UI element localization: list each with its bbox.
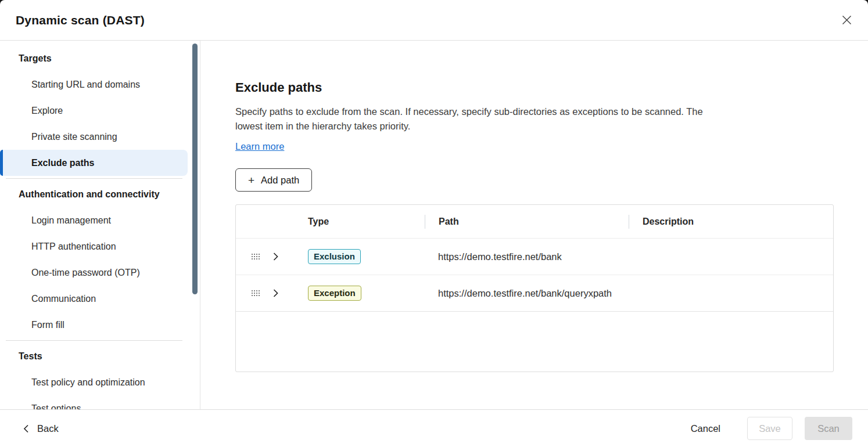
sidebar-item-label: Exclude paths [31,158,94,168]
sidebar-item-private-site-scanning[interactable]: Private site scanning [0,124,200,150]
nav-section-label: Targets [19,53,52,64]
nav-section-authentication: Authentication and connectivity [0,181,200,207]
column-header-description: Description [629,217,833,227]
column-header-path: Path [425,217,629,227]
sidebar-item-http-authentication[interactable]: HTTP authentication [0,233,200,259]
add-path-button[interactable]: + Add path [235,168,312,192]
learn-more-link[interactable]: Learn more [235,141,284,152]
sidebar-item-label: Communication [31,294,96,304]
close-icon [842,15,852,25]
type-badge: Exclusion [308,249,361,264]
page-description: Specify paths to exclude from the scan. … [235,104,723,134]
settings-nav-sidebar: Targets Starting URL and domains Explore… [0,41,200,409]
page-title: Exclude paths [235,80,834,95]
path-value: https://demo.testfire.net/bank/queryxpat… [438,288,612,299]
sidebar-scrollbar-thumb[interactable] [192,44,198,294]
sidebar-item-explore[interactable]: Explore [0,98,200,124]
exclude-paths-panel: Exclude paths Specify paths to exclude f… [200,41,868,409]
sidebar-item-one-time-password[interactable]: One-time password (OTP) [0,259,200,286]
nav-divider [6,178,182,179]
exclude-paths-table: Type Path Description Exclusion [235,204,834,372]
sidebar-item-test-options[interactable]: Test options [0,395,200,409]
sidebar-item-exclude-paths[interactable]: Exclude paths [0,150,188,176]
sidebar-item-label: Form fill [31,320,64,330]
selected-indicator [0,150,3,176]
sidebar-item-label: HTTP authentication [31,241,116,252]
sidebar-item-label: Test options [31,403,81,410]
dynamic-scan-dialog: Dynamic scan (DAST) Targets Starting URL… [0,0,868,447]
nav-section-label: Tests [19,351,42,362]
chevron-right-icon[interactable] [272,252,279,261]
dialog-footer: Back Cancel Save Scan [0,409,868,447]
cancel-button[interactable]: Cancel [691,423,720,434]
plus-icon: + [248,175,254,186]
sidebar-item-label: Starting URL and domains [31,80,140,90]
table-header-row: Type Path Description [236,205,833,239]
type-badge: Exception [308,286,361,301]
dialog-body: Targets Starting URL and domains Explore… [0,41,868,409]
sidebar-item-test-policy-and-optimization[interactable]: Test policy and optimization [0,369,200,395]
save-button[interactable]: Save [747,417,792,440]
dialog-header: Dynamic scan (DAST) [0,0,868,41]
path-value: https://demo.testfire.net/bank [438,251,562,262]
sidebar-item-label: Explore [31,106,63,116]
drag-handle-icon[interactable] [251,253,260,260]
column-header-type: Type [308,217,425,227]
dialog-title: Dynamic scan (DAST) [16,13,145,27]
sidebar-item-label: One-time password (OTP) [31,268,140,278]
chevron-left-icon [23,424,29,433]
sidebar-item-label: Login management [31,215,111,226]
close-button[interactable] [837,11,856,30]
chevron-right-icon[interactable] [272,289,279,298]
nav-section-tests: Tests [0,343,200,369]
sidebar-item-login-management[interactable]: Login management [0,207,200,233]
table-row: Exclusion https://demo.testfire.net/bank [236,239,833,275]
table-row: Exception https://demo.testfire.net/bank… [236,275,833,312]
nav-section-targets: Targets [0,45,200,71]
nav-divider [6,340,182,341]
nav-section-label: Authentication and connectivity [19,189,160,200]
footer-actions: Cancel Save Scan [691,417,852,440]
back-button[interactable]: Back [23,423,59,434]
scan-button[interactable]: Scan [805,417,852,440]
sidebar-item-starting-url-and-domains[interactable]: Starting URL and domains [0,71,200,98]
sidebar-item-label: Test policy and optimization [31,377,145,388]
back-label: Back [37,423,59,434]
add-path-label: Add path [261,175,299,186]
sidebar-item-communication[interactable]: Communication [0,286,200,312]
sidebar-item-label: Private site scanning [31,132,117,142]
sidebar-item-form-fill[interactable]: Form fill [0,312,200,338]
drag-handle-icon[interactable] [251,290,260,297]
